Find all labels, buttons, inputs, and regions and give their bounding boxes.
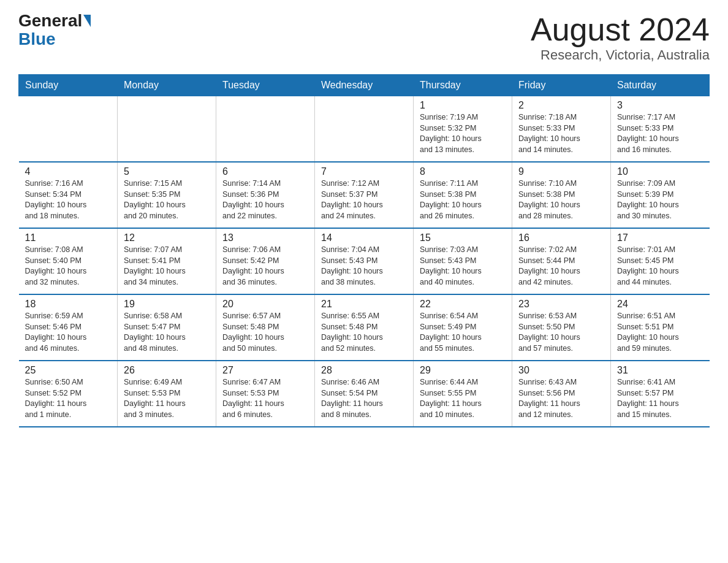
weekday-header-tuesday: Tuesday <box>216 75 315 96</box>
day-info: Sunrise: 7:16 AM Sunset: 5:34 PM Dayligh… <box>25 178 112 221</box>
day-info: Sunrise: 7:18 AM Sunset: 5:33 PM Dayligh… <box>518 112 604 155</box>
weekday-header-friday: Friday <box>512 75 611 96</box>
calendar-cell: 12Sunrise: 7:07 AM Sunset: 5:41 PM Dayli… <box>118 228 216 294</box>
day-info: Sunrise: 7:14 AM Sunset: 5:36 PM Dayligh… <box>222 178 308 221</box>
month-title: August 2024 <box>531 12 710 47</box>
calendar-week-row: 11Sunrise: 7:08 AM Sunset: 5:40 PM Dayli… <box>19 228 710 294</box>
calendar-cell <box>315 96 414 163</box>
day-number: 22 <box>420 299 506 310</box>
calendar-cell: 16Sunrise: 7:02 AM Sunset: 5:44 PM Dayli… <box>512 228 611 294</box>
calendar-cell: 20Sunrise: 6:57 AM Sunset: 5:48 PM Dayli… <box>216 294 315 361</box>
day-info: Sunrise: 7:15 AM Sunset: 5:35 PM Dayligh… <box>124 178 210 221</box>
calendar-cell: 2Sunrise: 7:18 AM Sunset: 5:33 PM Daylig… <box>512 96 611 163</box>
day-number: 4 <box>25 166 112 177</box>
day-info: Sunrise: 6:50 AM Sunset: 5:52 PM Dayligh… <box>25 377 112 420</box>
day-info: Sunrise: 6:53 AM Sunset: 5:50 PM Dayligh… <box>518 311 604 354</box>
day-info: Sunrise: 6:44 AM Sunset: 5:55 PM Dayligh… <box>420 377 506 420</box>
calendar-cell: 10Sunrise: 7:09 AM Sunset: 5:39 PM Dayli… <box>611 162 710 228</box>
calendar-cell: 9Sunrise: 7:10 AM Sunset: 5:38 PM Daylig… <box>512 162 611 228</box>
calendar-cell: 8Sunrise: 7:11 AM Sunset: 5:38 PM Daylig… <box>414 162 512 228</box>
calendar-cell <box>19 96 118 163</box>
calendar-table: SundayMondayTuesdayWednesdayThursdayFrid… <box>18 74 710 427</box>
calendar-cell: 25Sunrise: 6:50 AM Sunset: 5:52 PM Dayli… <box>19 361 118 427</box>
calendar-cell: 14Sunrise: 7:04 AM Sunset: 5:43 PM Dayli… <box>315 228 414 294</box>
calendar-cell: 23Sunrise: 6:53 AM Sunset: 5:50 PM Dayli… <box>512 294 611 361</box>
day-info: Sunrise: 7:08 AM Sunset: 5:40 PM Dayligh… <box>25 245 112 288</box>
day-info: Sunrise: 6:43 AM Sunset: 5:56 PM Dayligh… <box>518 377 604 420</box>
title-block: August 2024 Research, Victoria, Australi… <box>531 12 710 63</box>
day-info: Sunrise: 6:59 AM Sunset: 5:46 PM Dayligh… <box>25 311 112 354</box>
calendar-cell: 31Sunrise: 6:41 AM Sunset: 5:57 PM Dayli… <box>611 361 710 427</box>
day-info: Sunrise: 7:07 AM Sunset: 5:41 PM Dayligh… <box>124 245 210 288</box>
day-number: 27 <box>222 365 308 376</box>
weekday-header-monday: Monday <box>118 75 216 96</box>
day-number: 18 <box>25 299 112 310</box>
day-number: 21 <box>321 299 407 310</box>
day-info: Sunrise: 7:03 AM Sunset: 5:43 PM Dayligh… <box>420 245 506 288</box>
day-number: 26 <box>124 365 210 376</box>
day-number: 9 <box>518 166 604 177</box>
day-number: 31 <box>617 365 703 376</box>
day-number: 1 <box>420 100 506 111</box>
day-info: Sunrise: 7:06 AM Sunset: 5:42 PM Dayligh… <box>222 245 308 288</box>
calendar-cell: 19Sunrise: 6:58 AM Sunset: 5:47 PM Dayli… <box>118 294 216 361</box>
calendar-cell: 30Sunrise: 6:43 AM Sunset: 5:56 PM Dayli… <box>512 361 611 427</box>
logo: General Blue <box>18 12 92 49</box>
logo-blue: Blue <box>18 29 56 49</box>
location-subtitle: Research, Victoria, Australia <box>531 47 710 63</box>
day-number: 25 <box>25 365 112 376</box>
day-info: Sunrise: 7:04 AM Sunset: 5:43 PM Dayligh… <box>321 245 407 288</box>
day-info: Sunrise: 6:54 AM Sunset: 5:49 PM Dayligh… <box>420 311 506 354</box>
calendar-cell: 21Sunrise: 6:55 AM Sunset: 5:48 PM Dayli… <box>315 294 414 361</box>
day-number: 16 <box>518 232 604 243</box>
day-info: Sunrise: 7:02 AM Sunset: 5:44 PM Dayligh… <box>518 245 604 288</box>
calendar-cell: 11Sunrise: 7:08 AM Sunset: 5:40 PM Dayli… <box>19 228 118 294</box>
day-info: Sunrise: 6:41 AM Sunset: 5:57 PM Dayligh… <box>617 377 703 420</box>
calendar-week-row: 18Sunrise: 6:59 AM Sunset: 5:46 PM Dayli… <box>19 294 710 361</box>
calendar-cell: 7Sunrise: 7:12 AM Sunset: 5:37 PM Daylig… <box>315 162 414 228</box>
day-number: 10 <box>617 166 703 177</box>
calendar-cell: 3Sunrise: 7:17 AM Sunset: 5:33 PM Daylig… <box>611 96 710 163</box>
calendar-cell: 22Sunrise: 6:54 AM Sunset: 5:49 PM Dayli… <box>414 294 512 361</box>
calendar-cell: 15Sunrise: 7:03 AM Sunset: 5:43 PM Dayli… <box>414 228 512 294</box>
day-info: Sunrise: 7:17 AM Sunset: 5:33 PM Dayligh… <box>617 112 703 155</box>
day-info: Sunrise: 6:47 AM Sunset: 5:53 PM Dayligh… <box>222 377 308 420</box>
calendar-cell: 6Sunrise: 7:14 AM Sunset: 5:36 PM Daylig… <box>216 162 315 228</box>
calendar-cell <box>216 96 315 163</box>
day-info: Sunrise: 7:09 AM Sunset: 5:39 PM Dayligh… <box>617 178 703 221</box>
calendar-cell: 1Sunrise: 7:19 AM Sunset: 5:32 PM Daylig… <box>414 96 512 163</box>
day-info: Sunrise: 7:01 AM Sunset: 5:45 PM Dayligh… <box>617 245 703 288</box>
day-number: 11 <box>25 232 112 243</box>
weekday-header-wednesday: Wednesday <box>315 75 414 96</box>
calendar-header-row: SundayMondayTuesdayWednesdayThursdayFrid… <box>19 75 710 96</box>
calendar-cell: 13Sunrise: 7:06 AM Sunset: 5:42 PM Dayli… <box>216 228 315 294</box>
day-info: Sunrise: 7:12 AM Sunset: 5:37 PM Dayligh… <box>321 178 407 221</box>
day-number: 6 <box>222 166 308 177</box>
day-info: Sunrise: 7:19 AM Sunset: 5:32 PM Dayligh… <box>420 112 506 155</box>
day-info: Sunrise: 6:49 AM Sunset: 5:53 PM Dayligh… <box>124 377 210 420</box>
day-number: 2 <box>518 100 604 111</box>
day-number: 14 <box>321 232 407 243</box>
calendar-week-row: 4Sunrise: 7:16 AM Sunset: 5:34 PM Daylig… <box>19 162 710 228</box>
day-number: 12 <box>124 232 210 243</box>
weekday-header-sunday: Sunday <box>19 75 118 96</box>
calendar-cell: 5Sunrise: 7:15 AM Sunset: 5:35 PM Daylig… <box>118 162 216 228</box>
calendar-cell: 28Sunrise: 6:46 AM Sunset: 5:54 PM Dayli… <box>315 361 414 427</box>
logo-triangle-icon <box>83 15 91 27</box>
day-info: Sunrise: 6:57 AM Sunset: 5:48 PM Dayligh… <box>222 311 308 354</box>
day-number: 24 <box>617 299 703 310</box>
day-number: 13 <box>222 232 308 243</box>
day-number: 7 <box>321 166 407 177</box>
calendar-cell: 29Sunrise: 6:44 AM Sunset: 5:55 PM Dayli… <box>414 361 512 427</box>
calendar-cell: 26Sunrise: 6:49 AM Sunset: 5:53 PM Dayli… <box>118 361 216 427</box>
day-info: Sunrise: 6:55 AM Sunset: 5:48 PM Dayligh… <box>321 311 407 354</box>
day-number: 15 <box>420 232 506 243</box>
day-number: 17 <box>617 232 703 243</box>
calendar-week-row: 1Sunrise: 7:19 AM Sunset: 5:32 PM Daylig… <box>19 96 710 163</box>
calendar-week-row: 25Sunrise: 6:50 AM Sunset: 5:52 PM Dayli… <box>19 361 710 427</box>
day-number: 8 <box>420 166 506 177</box>
day-number: 28 <box>321 365 407 376</box>
day-info: Sunrise: 6:51 AM Sunset: 5:51 PM Dayligh… <box>617 311 703 354</box>
calendar-cell <box>118 96 216 163</box>
calendar-cell: 17Sunrise: 7:01 AM Sunset: 5:45 PM Dayli… <box>611 228 710 294</box>
